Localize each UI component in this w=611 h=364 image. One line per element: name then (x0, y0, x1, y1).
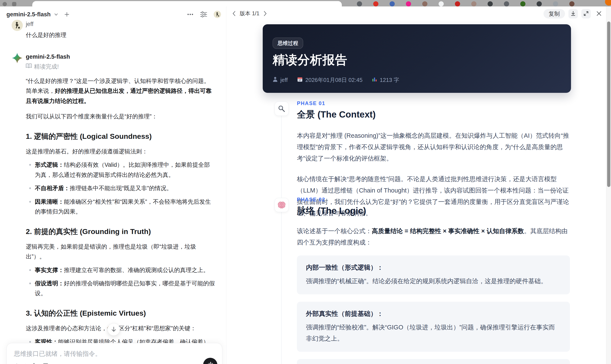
screen: gemini-2.5-flash (0, 0, 611, 364)
copy-button[interactable]: 复制 (544, 9, 565, 18)
chevron-down-icon[interactable] (54, 12, 58, 17)
browser-extension-icon[interactable] (438, 1, 444, 6)
report-date: 17 2026年01月08日 02:45 (297, 76, 362, 84)
reading-status: 精读完成! (26, 63, 215, 70)
list-item: 形式逻辑：结构必须有效（Valid）。比如演绎推理中，如果前提全部为真，那么通过… (26, 160, 215, 180)
gemini-star-icon (12, 52, 23, 64)
browser-extension-icon[interactable] (553, 1, 558, 6)
report-header-card: 思维过程 精读分析报告 jeff 17 2026年01月08日 02:45 (263, 24, 571, 93)
phase-2-section: PHASE 02 脉络 (The Logic) 该论述基于一个核心公式：高质量结… (275, 197, 582, 364)
book-icon (26, 63, 32, 70)
user-avatar (12, 20, 23, 31)
session-title[interactable]: gemini-2.5-flash (6, 11, 51, 18)
status-text: 精读完成! (34, 63, 59, 70)
composer-toolbar (13, 363, 49, 364)
person-icon (273, 77, 278, 84)
report-author: jeff (273, 77, 288, 84)
section-heading: 2. 前提的真实性 (Grounding in Truth) (26, 227, 215, 236)
bullet-dot (29, 341, 31, 343)
bar-chart-icon (372, 77, 377, 83)
browser-extension-icon[interactable] (406, 1, 411, 6)
bullet-dot (29, 269, 31, 271)
assistant-intro: “什么是好的推理？”这是一个涉及逻辑学、认知科学和哲学核心的问题。简单来说，好的… (26, 76, 215, 106)
skills-sparkle-icon[interactable] (30, 363, 37, 364)
user-message-text: 什么是好的推理 (26, 30, 215, 40)
bookmark-icon[interactable] (42, 363, 49, 364)
bullet-dot (29, 201, 31, 203)
browser-url-bar[interactable] (32, 1, 342, 6)
dimension-card: 外部真实性（前提基础）： 强调推理的“经验校准”。解决“GIGO（垃圾进，垃圾出… (297, 302, 570, 352)
browser-toolbar (0, 0, 611, 6)
bullet-dot (29, 187, 31, 189)
bullet-dot (29, 283, 31, 284)
scrollbar-thumb[interactable] (607, 22, 610, 187)
phase-paragraph: 本内容是对“推理 (Reasoning)”这一抽象概念的高层建模。在知识爆炸与人… (297, 130, 570, 164)
close-icon (596, 11, 602, 17)
section-intro: 这涉及推理者的心态和方法论，也是区分“杠精”和“思想家”的关键： (26, 323, 215, 333)
section-heading: 3. 认知的公正性 (Epistemic Virtues) (26, 308, 215, 318)
model-settings-sliders-icon[interactable] (200, 11, 207, 18)
scrollbar-track[interactable] (606, 6, 611, 364)
browser-grid-icon[interactable] (12, 2, 16, 6)
attach-plus-icon[interactable] (13, 363, 20, 364)
report-title: 精读分析报告 (273, 52, 347, 68)
report-word-count: 1213 字 (372, 76, 399, 84)
assistant-message: gemini-2.5-flash 精读完成! “什么是好的推理？”这是一个涉及逻… (12, 52, 216, 364)
list-item: 因果清晰：能准确区分“相关性”和“因果关系”，不会轻率地将先后发生的事情归为因果… (26, 197, 215, 217)
browser-extension-icon[interactable] (488, 1, 493, 6)
section-heading: 1. 逻辑的严密性 (Logical Soundness) (26, 131, 215, 141)
message-input[interactable]: 思维接口已就绪，请传输指令。 (7, 343, 222, 358)
browser-extension-icon[interactable] (504, 1, 509, 6)
phase-label: PHASE 02 (297, 197, 570, 203)
bullet-dot (29, 164, 31, 166)
browser-reload-icon[interactable] (3, 2, 7, 6)
phase-heading: 脉络 (The Logic) (297, 205, 570, 217)
browser-extension-icon[interactable] (471, 1, 477, 6)
section-intro: 逻辑再完美，如果前提是错误的，推理也是垃圾（即“垃圾进，垃圾出”）。 (26, 242, 215, 262)
user-avatar[interactable] (214, 11, 221, 18)
assistant-lead: 我们可以从以下四个维度来衡量什么是“好的推理”： (26, 112, 215, 121)
close-button[interactable] (594, 9, 604, 18)
formula-paragraph: 该论述基于一个核心公式：高质量结论 = 结构完整性 × 事实准确性 × 认知自律… (297, 225, 570, 248)
card-title: 内部一致性（形式逻辑）： (306, 263, 561, 272)
voice-input-button[interactable] (203, 358, 217, 364)
dimension-card: 内部一致性（形式逻辑）： 强调推理的“机械正确”。结论必须在给定的规则系统内逻辑… (297, 256, 570, 294)
chat-panel: gemini-2.5-flash (0, 6, 226, 364)
browser-extension-icon[interactable] (537, 1, 542, 6)
svg-text:17: 17 (299, 79, 301, 81)
browser-extension-icon[interactable] (455, 1, 460, 6)
phase-label: PHASE 01 (297, 100, 570, 106)
browser-extension-icon[interactable] (422, 1, 427, 6)
chevron-right-icon[interactable] (263, 11, 267, 16)
list-item: 假设透明：好的推理会明确指明哪些是已知事实，哪些是基于可能的假设。 (26, 278, 215, 299)
more-options-icon[interactable] (187, 13, 194, 15)
version-navigator: 版本 1/1 (232, 10, 267, 17)
download-icon (570, 11, 576, 17)
arrow-down-icon (111, 326, 117, 333)
browser-corner-icon (605, 0, 611, 6)
download-button[interactable] (569, 9, 578, 18)
magnifier-icon (275, 102, 289, 116)
scroll-to-bottom-button[interactable] (107, 323, 120, 336)
user-name: jeff (26, 20, 215, 27)
new-chat-plus-icon[interactable] (64, 12, 70, 17)
phase-heading: 全景 (The Context) (297, 108, 570, 120)
assistant-name: gemini-2.5-flash (26, 52, 215, 60)
calendar-icon: 17 (297, 77, 303, 84)
card-body: 强调推理的“机械正确”。结论必须在给定的规则系统内逻辑自洽，这是推理的硬件基础。 (306, 275, 561, 287)
expand-button[interactable] (581, 9, 591, 18)
app-window: gemini-2.5-flash (0, 6, 611, 364)
browser-profile-icon[interactable] (569, 1, 574, 6)
section-intro: 这是推理的基石。好的推理必须遵循逻辑法则： (26, 146, 215, 156)
artifact-preview-panel: 版本 1/1 复制 (226, 6, 606, 364)
card-body: 强调推理的“经验校准”。解决“GIGO（垃圾进，垃圾出）”问题，确保推理引擎运行… (306, 322, 561, 344)
browser-extension-icon[interactable] (520, 1, 525, 6)
browser-extension-icon[interactable] (373, 1, 378, 6)
list-item: 事实支撑：推理建立在可靠的数据、准确的观测或公认的真理之上。 (26, 265, 215, 275)
version-label: 版本 1/1 (240, 10, 260, 17)
chevron-left-icon[interactable] (232, 11, 236, 16)
browser-extension-icon[interactable] (357, 1, 362, 6)
browser-extension-icon[interactable] (390, 1, 395, 6)
preview-actions: 复制 (544, 9, 604, 18)
card-title: 外部真实性（前提基础）： (306, 309, 561, 318)
